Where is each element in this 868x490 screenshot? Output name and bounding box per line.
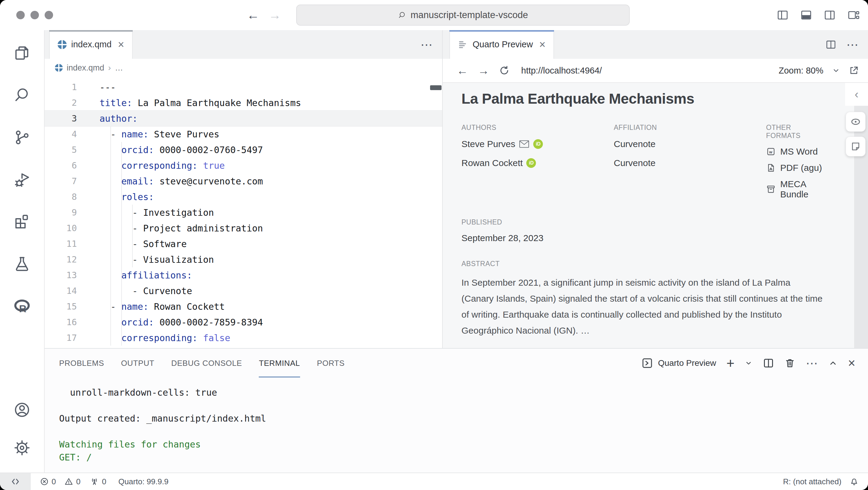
- toggle-primary-sidebar-icon[interactable]: [776, 9, 789, 22]
- orcid-icon[interactable]: iD: [533, 139, 543, 149]
- breadcrumb-file[interactable]: index.qmd: [67, 63, 104, 73]
- format-link[interactable]: MECA Bundle: [766, 179, 823, 199]
- open-external-icon[interactable]: [849, 65, 859, 76]
- code-editor[interactable]: 1---2title: La Palma Earthquake Mechanis…: [44, 77, 442, 348]
- code-line[interactable]: 7 email: steve@curvenote.com: [44, 173, 442, 189]
- code-line[interactable]: 8 roles:: [44, 189, 442, 205]
- tab-index-qmd[interactable]: index.qmd ×: [49, 30, 133, 59]
- tab-quarto-preview[interactable]: Quarto Preview ×: [450, 30, 554, 59]
- breadcrumb[interactable]: index.qmd › …: [44, 59, 442, 77]
- code-line[interactable]: 11 - Software: [44, 236, 442, 252]
- code-line[interactable]: 4 - name: Steve Purves: [44, 126, 442, 142]
- code-line[interactable]: 15 - name: Rowan Cockett: [44, 299, 442, 314]
- kill-terminal-trash-icon[interactable]: [784, 358, 795, 368]
- account-icon[interactable]: [13, 401, 31, 419]
- close-panel-icon[interactable]: ×: [848, 357, 855, 369]
- other-formats-label: OTHER FORMATS: [766, 124, 823, 140]
- r-language-icon[interactable]: R: [13, 297, 31, 316]
- history-back-button[interactable]: ←: [247, 9, 259, 22]
- code-line[interactable]: 6 corresponding: true: [44, 158, 442, 173]
- settings-gear-icon[interactable]: [13, 439, 31, 457]
- split-editor-icon[interactable]: [825, 39, 837, 50]
- panel-tab-ports[interactable]: PORTS: [317, 349, 345, 378]
- url-text[interactable]: http://localhost:4964/: [521, 66, 602, 76]
- format-link[interactable]: w MS Word: [766, 146, 823, 157]
- author-row: Steve Purves iD: [461, 138, 614, 150]
- tab-close-icon[interactable]: ×: [118, 39, 124, 50]
- tab-close-icon[interactable]: ×: [539, 39, 546, 50]
- customize-layout-icon[interactable]: [847, 9, 860, 22]
- split-terminal-icon[interactable]: [763, 357, 774, 369]
- preview-webview[interactable]: La Palma Earthquake Mechanisms AUTHORS S…: [443, 83, 868, 348]
- reload-icon[interactable]: [499, 65, 510, 76]
- preview-more-actions-icon[interactable]: ⋯: [846, 39, 859, 51]
- toggle-secondary-sidebar-icon[interactable]: [824, 9, 836, 22]
- window-minimize-button[interactable]: [30, 11, 39, 19]
- extensions-icon[interactable]: [13, 213, 31, 231]
- collapse-rail-icon[interactable]: ‹: [845, 83, 868, 106]
- code-line[interactable]: 13 affiliations:: [44, 267, 442, 283]
- error-icon: [40, 477, 49, 486]
- code-line[interactable]: 16 orcid: 0000-0002-7859-8394: [44, 314, 442, 330]
- orcid-icon[interactable]: iD: [526, 158, 536, 168]
- preview-back-icon[interactable]: ←: [457, 64, 468, 77]
- code-line[interactable]: 5 orcid: 0000-0002-0760-5497: [44, 142, 442, 158]
- line-code: - Software: [77, 239, 187, 249]
- code-line[interactable]: 12 - Visualization: [44, 252, 442, 267]
- code-line[interactable]: 2title: La Palma Earthquake Mechanisms: [44, 95, 442, 110]
- pdf-icon: [766, 163, 776, 173]
- code-line[interactable]: 14 - Curvenote: [44, 283, 442, 299]
- panel-more-actions-icon[interactable]: ⋯: [806, 357, 818, 369]
- search-icon: [398, 11, 406, 19]
- search-icon[interactable]: [13, 86, 31, 104]
- preview-forward-icon[interactable]: →: [478, 64, 489, 77]
- remote-indicator[interactable]: [0, 473, 31, 490]
- line-code: orcid: 0000-0002-7859-8394: [77, 317, 263, 328]
- format-link[interactable]: PDF (agu): [766, 163, 823, 173]
- maximize-panel-chevron-icon[interactable]: [829, 359, 838, 368]
- notifications-bell-icon[interactable]: [849, 477, 859, 486]
- preview-urlbar: ← → http://localhost:4964/ Zoom: 80%: [443, 59, 868, 83]
- code-line[interactable]: 10 - Project administration: [44, 220, 442, 236]
- terminal-output[interactable]: unroll-markdown-cells: trueOutput create…: [44, 378, 868, 472]
- line-number: 10: [44, 223, 77, 233]
- testing-icon[interactable]: [13, 255, 31, 273]
- ports-status[interactable]: 0: [90, 477, 106, 486]
- published-label: PUBLISHED: [461, 218, 823, 226]
- authors-label: AUTHORS: [461, 124, 614, 132]
- window-close-button[interactable]: [16, 11, 25, 19]
- email-icon[interactable]: [519, 139, 530, 149]
- vscode-window: ← → manuscript-template-vscode: [0, 0, 868, 490]
- run-debug-icon[interactable]: [13, 170, 31, 189]
- panel-tab-terminal[interactable]: TERMINAL: [259, 349, 300, 378]
- code-line[interactable]: 3author:: [44, 110, 442, 126]
- panel-tab-debug-console[interactable]: DEBUG CONSOLE: [171, 349, 242, 378]
- history-forward-button[interactable]: →: [269, 9, 281, 22]
- note-button[interactable]: [846, 136, 866, 156]
- terminal-session[interactable]: Quarto Preview: [641, 357, 716, 369]
- visibility-eye-button[interactable]: [846, 112, 866, 132]
- traffic-lights: [16, 11, 53, 19]
- new-terminal-icon[interactable]: +: [726, 356, 735, 370]
- r-session-status[interactable]: R: (not attached): [783, 477, 841, 486]
- toggle-panel-icon[interactable]: [800, 9, 812, 22]
- panel-tab-output[interactable]: OUTPUT: [121, 349, 154, 378]
- window-zoom-button[interactable]: [44, 11, 53, 19]
- chevron-down-icon[interactable]: [832, 66, 840, 75]
- zoom-level[interactable]: Zoom: 80%: [779, 66, 824, 76]
- panel-tab-problems[interactable]: PROBLEMS: [59, 349, 104, 378]
- problems-status[interactable]: 0 0: [40, 477, 81, 486]
- explorer-icon[interactable]: [13, 44, 31, 62]
- editor-more-actions-icon[interactable]: ⋯: [421, 39, 433, 51]
- terminal-dropdown-chevron-icon[interactable]: [745, 359, 752, 367]
- breadcrumb-ellipsis[interactable]: …: [115, 63, 123, 73]
- source-control-icon[interactable]: [13, 128, 31, 146]
- code-line[interactable]: 1---: [44, 79, 442, 95]
- terminal-line: [59, 425, 868, 438]
- code-line[interactable]: 9 - Investigation: [44, 205, 442, 220]
- command-center-search[interactable]: manuscript-template-vscode: [296, 4, 630, 26]
- quarto-version[interactable]: Quarto: 99.9.9: [118, 477, 168, 486]
- code-line[interactable]: 17 corresponding: false: [44, 330, 442, 346]
- editor-scrollbar[interactable]: [430, 85, 441, 90]
- author-name: Rowan Cockett: [461, 158, 523, 168]
